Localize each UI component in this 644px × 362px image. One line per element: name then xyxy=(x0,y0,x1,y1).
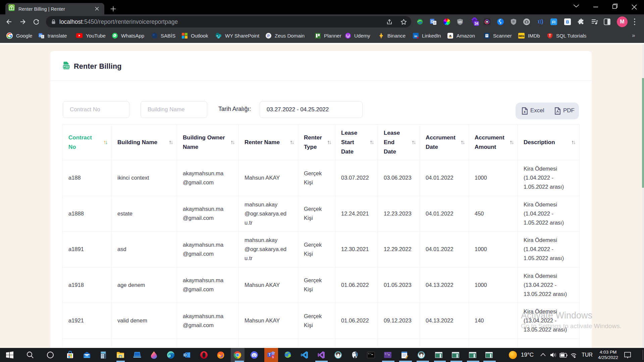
svg-text:文: 文 xyxy=(433,21,436,24)
svg-text:T: T xyxy=(549,34,551,38)
svg-text:34: 34 xyxy=(475,22,479,25)
svg-text:B: B xyxy=(566,19,569,24)
svg-text:UO: UO xyxy=(458,20,462,23)
svg-text:C:\▂: C:\▂ xyxy=(385,353,390,355)
svg-text:C:\▂: C:\▂ xyxy=(368,353,373,355)
svg-text:文: 文 xyxy=(42,35,44,38)
svg-text:in: in xyxy=(414,34,417,38)
svg-text:T: T xyxy=(268,353,270,357)
svg-text:FI: FI xyxy=(552,20,555,24)
svg-text:1: 1 xyxy=(272,355,274,359)
svg-text:P: P xyxy=(267,34,270,38)
svg-text:PSD: PSD xyxy=(63,65,69,68)
svg-text:x: x xyxy=(524,110,526,114)
svg-text:IMDb: IMDb xyxy=(519,35,524,37)
svg-text:s: s xyxy=(216,34,218,37)
svg-text:a: a xyxy=(449,33,451,37)
